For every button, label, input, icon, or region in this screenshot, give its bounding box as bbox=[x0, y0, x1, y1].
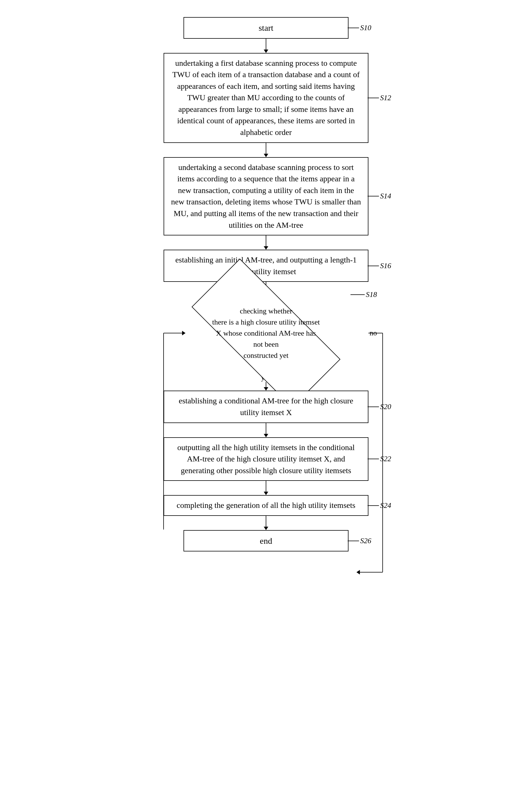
connector-5 bbox=[266, 423, 266, 435]
s20-box: establishing a conditional AM-tree for t… bbox=[164, 391, 368, 423]
s22-box: outputting all the high utility itemsets… bbox=[164, 437, 368, 481]
arrow-5 bbox=[264, 434, 268, 437]
end-box: end bbox=[184, 530, 348, 552]
end-label: end bbox=[260, 536, 272, 546]
arrow-7 bbox=[264, 527, 268, 530]
s20-text: establishing a conditional AM-tree for t… bbox=[179, 396, 353, 417]
s16-text: establishing an initial AM-tree, and out… bbox=[175, 255, 357, 276]
start-box: start bbox=[184, 17, 348, 39]
connector-1 bbox=[266, 39, 266, 50]
loop-section: checking whether there is a high closure… bbox=[138, 296, 394, 481]
start-label: start bbox=[259, 23, 273, 33]
s22-text: outputting all the high utility itemsets… bbox=[177, 443, 355, 475]
s22-label: S22 bbox=[367, 455, 391, 463]
arrow-yes bbox=[264, 387, 268, 391]
s20-label: S20 bbox=[367, 403, 391, 411]
step-s16-row: establishing an initial AM-tree, and out… bbox=[164, 250, 368, 282]
s24-label: S24 bbox=[367, 501, 391, 510]
step-s26-row: end S26 bbox=[184, 530, 348, 552]
connector-yes-2 bbox=[266, 382, 266, 388]
s24-box: completing the generation of all the hig… bbox=[164, 495, 368, 516]
s16-box: establishing an initial AM-tree, and out… bbox=[164, 250, 368, 282]
s12-label: S12 bbox=[367, 94, 391, 102]
s14-text: undertaking a second database scanning p… bbox=[171, 163, 361, 229]
step-s10-row: start S10 bbox=[184, 17, 348, 39]
s10-label: S10 bbox=[348, 24, 371, 32]
s18-label: S18 bbox=[350, 290, 377, 299]
s14-box: undertaking a second database scanning p… bbox=[164, 157, 368, 236]
step-s14-row: undertaking a second database scanning p… bbox=[164, 157, 368, 236]
s14-label: S14 bbox=[367, 192, 391, 200]
svg-marker-6 bbox=[357, 570, 360, 574]
arrow-1 bbox=[264, 50, 268, 53]
connector-2 bbox=[266, 143, 266, 154]
no-label: no bbox=[369, 329, 377, 337]
s26-label: S26 bbox=[348, 537, 371, 545]
flowchart: start S10 undertaking a first database s… bbox=[138, 17, 394, 551]
s18-text: checking whether there is a high closure… bbox=[212, 307, 320, 360]
s12-text: undertaking a first database scanning pr… bbox=[172, 59, 360, 137]
s18-diamond-container: checking whether there is a high closure… bbox=[184, 296, 348, 370]
step-s22-row: outputting all the high utility itemsets… bbox=[164, 437, 368, 481]
connector-3 bbox=[266, 236, 266, 247]
s16-label: S16 bbox=[367, 262, 391, 270]
connector-7 bbox=[266, 516, 266, 527]
s18-diamond-row: checking whether there is a high closure… bbox=[138, 296, 394, 370]
step-s20-row: establishing a conditional AM-tree for t… bbox=[164, 391, 368, 423]
arrow-3 bbox=[264, 246, 268, 250]
step-s24-row: completing the generation of all the hig… bbox=[164, 495, 368, 516]
connector-6 bbox=[266, 481, 266, 492]
arrow-6 bbox=[264, 492, 268, 495]
s12-box: undertaking a first database scanning pr… bbox=[164, 53, 368, 143]
s18-diamond-text: checking whether there is a high closure… bbox=[212, 306, 320, 361]
s24-text: completing the generation of all the hig… bbox=[177, 501, 355, 510]
step-s12-row: undertaking a first database scanning pr… bbox=[164, 53, 368, 143]
arrow-2 bbox=[264, 154, 268, 157]
